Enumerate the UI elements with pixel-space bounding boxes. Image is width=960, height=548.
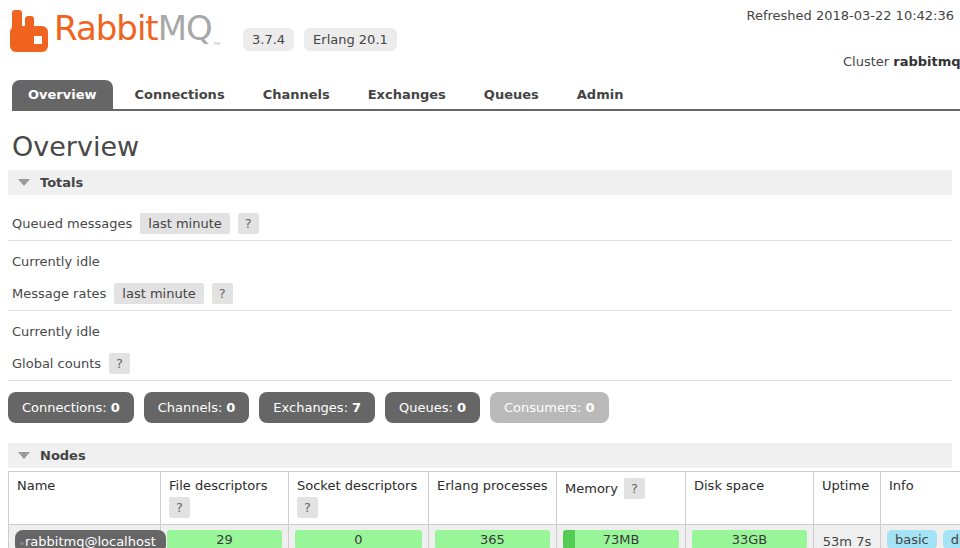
col-header-info: Info [881,472,960,525]
global-counts-heading: Global counts ? [8,351,952,381]
nodes-table-header-row: Name File descriptors? Socket descriptor… [9,472,960,525]
exchanges-count-button[interactable]: Exchanges:7 [259,392,375,423]
col-header-memory: Memory? [557,472,686,525]
collapse-triangle-icon [18,179,30,186]
main-nav-tabs: Overview Connections Channels Exchanges … [12,80,960,111]
logo-text-mq: MQ [158,8,212,48]
rabbitmq-version-badge: 3.7.4 [243,28,294,51]
rabbitmq-logo-icon [10,6,50,57]
totals-section-title: Totals [40,175,83,190]
tab-admin[interactable]: Admin [561,80,640,109]
info-tags: basic disc 1 rss [887,530,960,548]
info-tag-basic: basic [887,530,937,548]
disk-space-bar: 33GB [692,530,807,548]
global-counts-label: Global counts [12,356,101,371]
channels-count-button[interactable]: Channels:0 [144,392,250,423]
memory-help-icon[interactable]: ? [624,478,645,499]
rates-help-icon[interactable]: ? [212,283,233,304]
tab-channels[interactable]: Channels [247,80,346,109]
col-header-file-descriptors: File descriptors? [161,472,289,525]
rates-idle-status: Currently idle [12,324,960,339]
queued-idle-status: Currently idle [12,254,960,269]
connections-count-button[interactable]: Connections:0 [8,392,134,423]
collapse-triangle-icon [18,452,30,459]
queues-count-button[interactable]: Queues:0 [385,392,480,423]
app-header: RabbitMQ ™ 3.7.4 Erlang 20.1 Refreshed 2… [0,0,960,68]
consumers-count-button: Consumers:0 [490,392,609,423]
nodes-section-header[interactable]: Nodes [8,443,952,468]
message-rates-heading: Message rates last minute ? [8,281,952,311]
next-section-partial-indicator [20,542,24,545]
erlang-version-badge: Erlang 20.1 [304,28,397,51]
socket-descriptors-cell: 0 58889 available [289,525,429,548]
tab-exchanges[interactable]: Exchanges [352,80,462,109]
nodes-table: Name File descriptors? Socket descriptor… [8,471,960,548]
tab-connections[interactable]: Connections [119,80,241,109]
nodes-section-title: Nodes [40,448,86,463]
version-badges: 3.7.4 Erlang 20.1 [243,28,397,51]
tab-queues[interactable]: Queues [468,80,555,109]
erlang-processes-cell: 365 1048576 available [429,525,557,548]
totals-section-header[interactable]: Totals [8,170,952,195]
col-header-name: Name [9,472,161,525]
global-count-buttons: Connections:0 Channels:0 Exchanges:7 Que… [8,392,960,423]
erlang-processes-bar: 365 [435,530,550,548]
cluster-name: Cluster rabbitmq@localhost [843,54,960,69]
logo-wordmark: RabbitMQ [54,6,212,50]
memory-cell: 73MB 736MB high watermark [557,525,686,548]
col-header-socket-descriptors: Socket descriptors? [289,472,429,525]
file-descriptors-help-icon[interactable]: ? [169,497,190,518]
info-cell: basic disc 1 rss [881,525,960,548]
page-title: Overview [12,131,960,162]
col-header-erlang-processes: Erlang processes [429,472,557,525]
queued-rate-mode-badge[interactable]: last minute [140,213,229,234]
logo-trademark: ™ [213,41,222,51]
node-name-cell: rabbitmq@localhost [9,525,161,548]
node-row: rabbitmq@localhost 29 65535 available 0 … [9,525,960,548]
col-header-uptime: Uptime [814,472,881,525]
refreshed-timestamp: Refreshed 2018-03-22 10:42:36 [746,8,954,23]
queued-messages-label: Queued messages [12,216,132,231]
cluster-value: rabbitmq@localhost [893,54,960,69]
uptime-cell: 53m 7s [814,525,881,548]
socket-descriptors-bar: 0 [295,530,422,548]
socket-descriptors-help-icon[interactable]: ? [297,497,318,518]
tab-overview[interactable]: Overview [12,80,113,109]
global-counts-help-icon[interactable]: ? [109,353,130,374]
file-descriptors-bar: 29 [167,530,282,548]
info-tag-disc: disc [943,530,960,548]
cluster-label: Cluster [843,54,893,69]
rates-rate-mode-badge[interactable]: last minute [114,283,203,304]
message-rates-label: Message rates [12,286,106,301]
col-header-disk-space: Disk space [686,472,814,525]
node-name-badge[interactable]: rabbitmq@localhost [15,530,166,548]
queued-messages-heading: Queued messages last minute ? [8,211,952,241]
file-descriptors-cell: 29 65535 available [161,525,289,548]
rabbitmq-logo[interactable]: RabbitMQ ™ [10,6,222,57]
logo-text-rabbit: Rabbit [54,8,158,48]
memory-usage-bar: 73MB [563,530,679,548]
disk-space-cell: 33GB 48MB low watermark [686,525,814,548]
queued-help-icon[interactable]: ? [238,213,259,234]
